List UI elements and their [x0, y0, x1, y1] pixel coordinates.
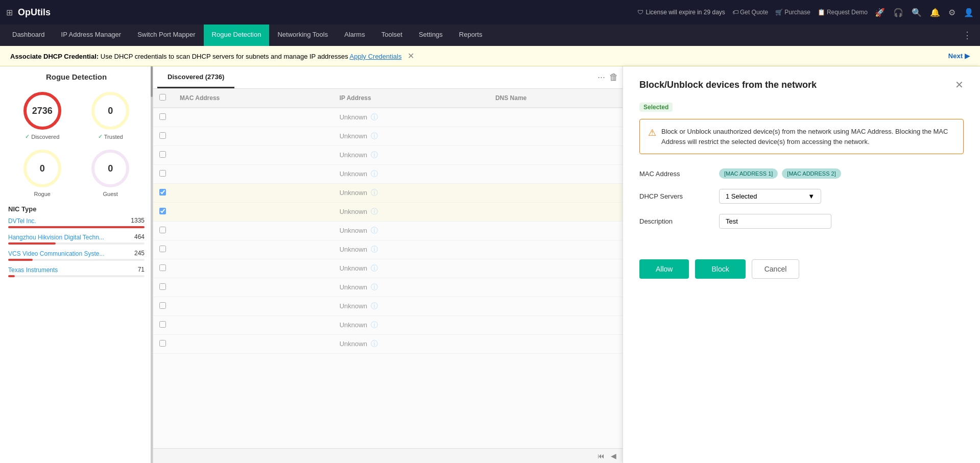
block-button[interactable]: Block [695, 259, 745, 279]
cell-mac [174, 127, 333, 146]
mac-address-tags: [MAC ADDRESS 1] [MAC ADDRESS 2] [719, 168, 841, 179]
cell-ip: Unknown ⓘ [333, 240, 489, 259]
nav-reports[interactable]: Reports [451, 25, 491, 46]
nic-item-texas: Texas Instruments 71 [8, 266, 145, 277]
nav-rogue-detection[interactable]: Rogue Detection [204, 25, 270, 46]
headset-icon[interactable]: 🎧 [893, 8, 903, 17]
search-icon[interactable]: 🔍 [912, 8, 922, 17]
rocket-icon[interactable]: 🚀 [875, 8, 885, 17]
apply-credentials-link[interactable]: Apply Credentials [350, 53, 402, 60]
bell-icon[interactable]: 🔔 [930, 8, 940, 17]
request-demo-link[interactable]: 📋 Request Demo [818, 9, 868, 16]
info-icon[interactable]: ⓘ [371, 169, 378, 178]
row-checkbox[interactable] [159, 321, 166, 328]
info-icon[interactable]: ⓘ [371, 132, 378, 140]
modal-title: Block/Unblock devices from the network [639, 80, 817, 90]
table-row: Unknown ⓘ [153, 127, 623, 146]
row-checkbox[interactable] [159, 302, 166, 309]
delete-icon[interactable]: 🗑 [609, 72, 618, 83]
nav-alarms[interactable]: Alarms [336, 25, 373, 46]
row-checkbox[interactable] [159, 246, 166, 252]
dhcp-servers-select[interactable]: 1 Selected ▼ [719, 189, 821, 204]
cell-dns [489, 278, 623, 297]
scroll-first-icon[interactable]: ⏮ [595, 451, 607, 461]
description-input[interactable] [719, 214, 831, 229]
table-header-row: MAC Address IP Address DNS Name [153, 89, 623, 108]
mac-address-label: MAC Address [639, 170, 711, 178]
info-icon[interactable]: ⓘ [371, 283, 378, 291]
nav-ip-address-manager[interactable]: IP Address Manager [53, 25, 130, 46]
cell-mac [174, 184, 333, 203]
info-icon[interactable]: ⓘ [371, 188, 378, 197]
modal-footer: Allow Block Cancel [639, 259, 964, 279]
info-icon[interactable]: ⓘ [371, 113, 378, 121]
row-checkbox[interactable] [159, 189, 166, 196]
info-icon[interactable]: ⓘ [371, 207, 378, 215]
nic-bar-bg-texas [8, 275, 145, 277]
nav-more-icon[interactable]: ⋮ [959, 25, 976, 46]
more-options-icon[interactable]: ··· [597, 72, 605, 83]
cell-ip: Unknown ⓘ [333, 335, 489, 354]
row-checkbox[interactable] [159, 340, 166, 347]
nav-networking-tools[interactable]: Networking Tools [269, 25, 336, 46]
scroll-prev-icon[interactable]: ◀ [609, 451, 618, 461]
info-icon[interactable]: ⓘ [371, 321, 378, 329]
mac-tag-2: [MAC ADDRESS 2] [782, 168, 841, 179]
banner-close-icon[interactable]: ✕ [408, 52, 414, 60]
nic-item-hikvision: Hangzhou Hikvision Digital Techn... 464 [8, 233, 145, 245]
row-checkbox[interactable] [159, 170, 166, 177]
devices-table: MAC Address IP Address DNS Name Unknown … [153, 89, 623, 354]
nic-name-dvtel[interactable]: DVTel Inc. [8, 217, 36, 225]
row-checkbox[interactable] [159, 208, 166, 214]
cell-dns [489, 108, 623, 127]
row-checkbox[interactable] [159, 264, 166, 271]
rogue-value: 0 [40, 163, 45, 174]
cell-mac [174, 297, 333, 316]
info-icon[interactable]: ⓘ [371, 226, 378, 234]
user-icon[interactable]: 👤 [964, 8, 974, 17]
cell-dns [489, 165, 623, 184]
header-checkbox-cell [153, 89, 174, 108]
sidebar: Rogue Detection 2736 ✓ Discovered [0, 66, 153, 463]
banner-next-button[interactable]: Next ▶ [948, 52, 970, 60]
nic-name-texas[interactable]: Texas Instruments [8, 266, 58, 274]
table-row: Unknown ⓘ [153, 335, 623, 354]
nav-toolset[interactable]: Toolset [373, 25, 411, 46]
nav-switch-port-mapper[interactable]: Switch Port Mapper [129, 25, 203, 46]
row-checkbox[interactable] [159, 227, 166, 233]
allow-button[interactable]: Allow [639, 259, 689, 279]
grid-icon[interactable]: ⊞ [6, 8, 13, 17]
cell-dns [489, 297, 623, 316]
nav-dashboard[interactable]: Dashboard [4, 25, 53, 46]
topbar-right: 🛡 License will expire in 29 days 🏷 Get Q… [637, 8, 974, 17]
info-icon[interactable]: ⓘ [371, 245, 378, 253]
rogue-gauge-circle: 0 [22, 148, 63, 189]
tab-discovered[interactable]: Discovered (2736) [157, 66, 234, 88]
cancel-button[interactable]: Cancel [752, 259, 800, 279]
gear-icon[interactable]: ⚙ [948, 8, 955, 17]
table-row: Unknown ⓘ [153, 240, 623, 259]
info-icon[interactable]: ⓘ [371, 151, 378, 159]
nic-name-hikvision[interactable]: Hangzhou Hikvision Digital Techn... [8, 234, 104, 241]
row-checkbox[interactable] [159, 113, 166, 120]
cell-ip: Unknown ⓘ [333, 146, 489, 165]
nav-settings[interactable]: Settings [411, 25, 451, 46]
get-quote-link[interactable]: 🏷 Get Quote [732, 9, 768, 16]
cell-dns [489, 146, 623, 165]
row-checkbox[interactable] [159, 132, 166, 139]
sidebar-scrollbar[interactable] [151, 66, 153, 463]
table-row-selected: Unknown ⓘ [153, 184, 623, 203]
table-row-selected: Unknown ⓘ [153, 203, 623, 222]
rogue-label: Rogue [34, 191, 51, 197]
row-checkbox[interactable] [159, 283, 166, 290]
modal-close-button[interactable]: ✕ [955, 79, 964, 91]
purchase-link[interactable]: 🛒 Purchase [775, 9, 810, 16]
row-checkbox[interactable] [159, 151, 166, 158]
header-checkbox[interactable] [159, 94, 166, 101]
navbar: Dashboard IP Address Manager Switch Port… [0, 25, 980, 46]
nic-name-vcs[interactable]: VCS Video Communication Syste... [8, 250, 105, 257]
info-icon[interactable]: ⓘ [371, 302, 378, 310]
info-icon[interactable]: ⓘ [371, 264, 378, 272]
info-icon[interactable]: ⓘ [371, 339, 378, 348]
cell-mac [174, 203, 333, 222]
